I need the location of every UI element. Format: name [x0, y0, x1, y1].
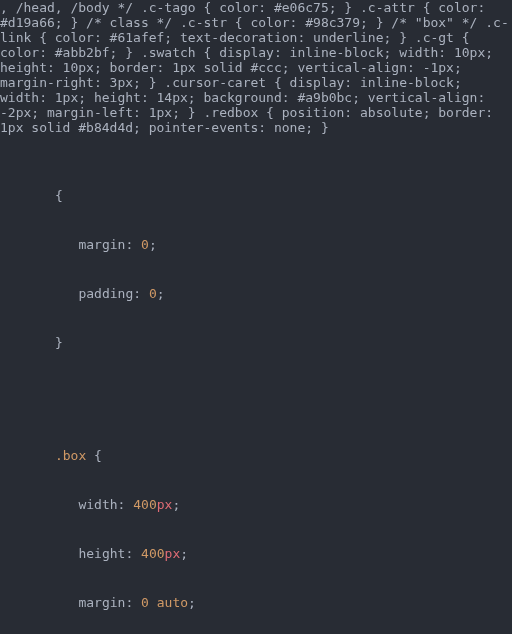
code-line[interactable]: [0, 382, 512, 401]
brace-close: }: [55, 335, 63, 350]
code-line[interactable]: margin: 0;: [0, 235, 512, 254]
code-line[interactable]: {: [0, 186, 512, 205]
brace-open: {: [55, 188, 63, 203]
code-line[interactable]: padding: 0;: [0, 284, 512, 303]
code-line[interactable]: }: [0, 333, 512, 352]
selector-box: .box: [55, 448, 86, 463]
code-line[interactable]: .box {: [0, 446, 512, 465]
code-editor[interactable]: { margin: 0; padding: 0; } .box { width:…: [0, 135, 512, 634]
code-line[interactable]: margin: 0 auto;: [0, 593, 512, 612]
code-line[interactable]: width: 400px;: [0, 495, 512, 514]
code-line[interactable]: height: 400px;: [0, 544, 512, 563]
